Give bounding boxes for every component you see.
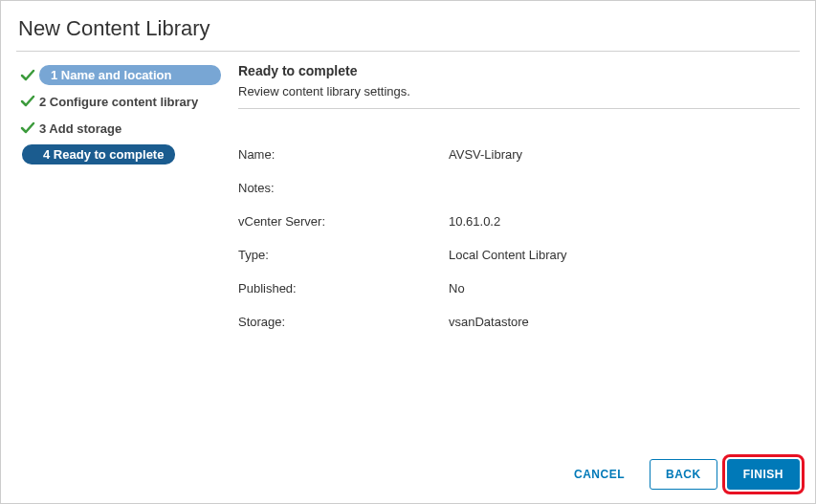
content-heading: Ready to complete	[238, 63, 800, 78]
wizard-steps: 1 Name and location 2 Configure content …	[16, 59, 229, 451]
wizard-content: Ready to complete Review content library…	[229, 59, 800, 451]
dialog-footer: CANCEL BACK FINISH	[16, 451, 800, 492]
summary-value: AVSV-Library	[449, 147, 800, 162]
wizard-step-label: 1 Name and location	[39, 65, 221, 85]
wizard-step-ready[interactable]: 4 Ready to complete	[16, 142, 229, 166]
summary-label: vCenter Server:	[238, 214, 449, 229]
summary-label: Notes:	[238, 181, 449, 195]
summary-table: Name: AVSV-Library Notes: vCenter Server…	[238, 147, 800, 348]
wizard-step-configure[interactable]: 2 Configure content library	[16, 89, 229, 114]
summary-row-storage: Storage: vsanDatastore	[238, 315, 800, 329]
wizard-step-label: 2 Configure content library	[39, 95, 221, 109]
back-button[interactable]: BACK	[650, 459, 717, 490]
cancel-button[interactable]: CANCEL	[559, 460, 640, 489]
wizard-step-name-location[interactable]: 1 Name and location	[16, 63, 229, 87]
summary-label: Name:	[238, 147, 449, 162]
content-description: Review content library settings.	[238, 84, 800, 109]
summary-label: Published:	[238, 281, 449, 296]
summary-value: Local Content Library	[449, 248, 800, 262]
wizard-step-label: 3 Add storage	[39, 121, 221, 136]
summary-value: No	[449, 281, 800, 296]
finish-button[interactable]: FINISH	[727, 459, 800, 490]
dialog-new-content-library: New Content Library 1 Name and location …	[0, 0, 816, 504]
check-icon	[20, 68, 35, 83]
summary-value: 10.61.0.2	[449, 214, 800, 229]
summary-value	[449, 181, 800, 195]
summary-row-notes: Notes:	[238, 181, 800, 195]
summary-row-published: Published: No	[238, 281, 800, 296]
summary-row-vcenter: vCenter Server: 10.61.0.2	[238, 214, 800, 229]
wizard-step-label: 4 Ready to complete	[22, 144, 175, 164]
summary-value: vsanDatastore	[449, 315, 800, 329]
check-icon	[20, 121, 35, 136]
summary-label: Storage:	[238, 315, 449, 329]
summary-row-name: Name: AVSV-Library	[238, 147, 800, 162]
summary-label: Type:	[238, 248, 449, 262]
dialog-body: 1 Name and location 2 Configure content …	[16, 52, 800, 451]
summary-row-type: Type: Local Content Library	[238, 248, 800, 262]
wizard-step-add-storage[interactable]: 3 Add storage	[16, 116, 229, 141]
dialog-title: New Content Library	[16, 12, 800, 52]
check-icon	[20, 94, 35, 109]
